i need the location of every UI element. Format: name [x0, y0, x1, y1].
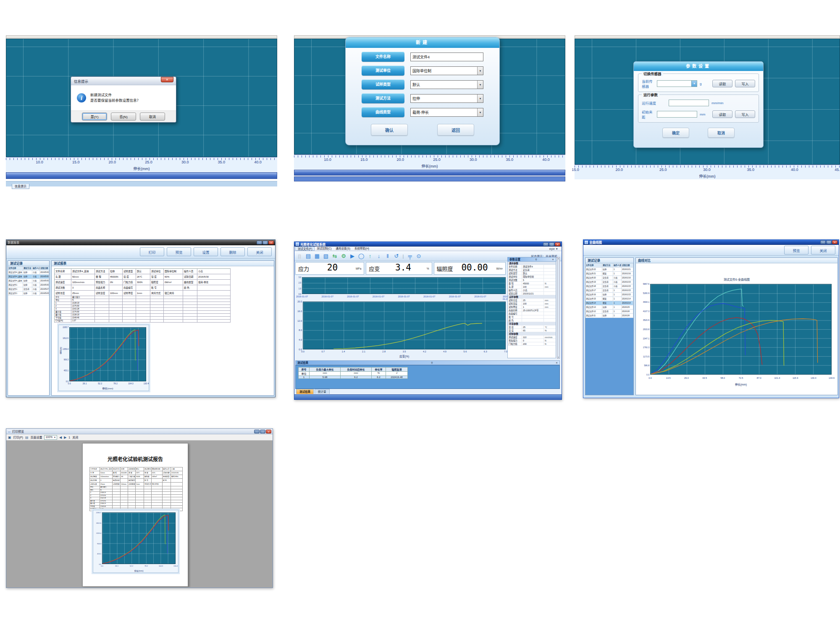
table-row[interactable]: 测试文件4_副本 拉伸 小高 2016/5/30 — [8, 279, 49, 283]
export-data-icon[interactable]: ⇆ — [331, 252, 338, 261]
parameter-row[interactable]: 试样宽度 100 mm — [508, 302, 556, 305]
menu-item[interactable]: 测试控制(C) — [315, 247, 333, 251]
maximize-button[interactable]: ▢ — [262, 241, 268, 244]
sensor-select[interactable]: ▼ — [657, 80, 697, 87]
dock-header[interactable]: 参数设置 ⚲ ✕ — [507, 257, 556, 262]
no-button[interactable]: 否(N) — [111, 113, 136, 121]
scroll-down-icon[interactable]: ▼ — [558, 356, 559, 358]
minimize-button[interactable]: ─ — [254, 430, 260, 433]
close-button[interactable]: ✕ — [268, 241, 274, 244]
field-input[interactable]: 拉伸 ▼ — [410, 94, 483, 103]
toolbar-button[interactable]: 关闭 — [811, 246, 835, 255]
table-row[interactable]: 测试文件20 定负荷 小高 2016/1/16 — [585, 276, 633, 280]
table-row[interactable]: 测试文件21 蠕变 1 2016/1/16 — [585, 272, 633, 276]
start-test-icon[interactable]: ▶ — [349, 252, 356, 261]
window-titlebar[interactable]: 全曲线图 ─ ▢ ✕ — [583, 240, 839, 245]
stop-test-icon[interactable]: ◯ — [358, 252, 365, 261]
parameter-row[interactable]: 控制参数 — [508, 332, 556, 336]
parameter-row[interactable]: 通用参数 — [508, 262, 556, 265]
toolbar-button[interactable]: 设置 — [194, 247, 218, 256]
parameter-row[interactable]: 测试方法 定负荷 — [508, 268, 556, 272]
pause-icon[interactable]: ‖ — [384, 252, 391, 261]
chevron-down-icon[interactable]: ▼ — [477, 67, 483, 75]
table-row[interactable]: 测试文件11 拉伸 1 2016/1/8 — [585, 314, 633, 318]
parameter-row[interactable]: 测试次数 5 — [508, 278, 556, 282]
minimize-button[interactable]: ─ — [257, 241, 262, 244]
table-row[interactable]: 测试文件1 拉伸 小高 2016/5/30 — [8, 283, 49, 287]
parameter-row[interactable]: 试样长度 25 mm — [508, 299, 556, 302]
minimize-button[interactable]: ─ — [820, 240, 826, 244]
menu-item[interactable]: 测试文件(F) — [295, 247, 315, 251]
return-icon[interactable]: ↺ — [393, 252, 400, 261]
parameter-row[interactable]: 试样类型 默认 — [508, 272, 556, 275]
maximize-button[interactable]: ▢ — [549, 242, 554, 246]
field-input[interactable]: 默认 ▼ — [410, 80, 483, 89]
machine-icon[interactable]: ╤ — [407, 252, 413, 261]
back-button[interactable]: 返回 — [437, 124, 474, 136]
close-button[interactable]: ✕ — [555, 242, 560, 246]
menu-item[interactable]: 系统帮助(H) — [352, 247, 371, 251]
scroll-up-icon[interactable]: ▲ — [558, 257, 559, 260]
table-row[interactable]: 测试文件4_副本 拉伸 小高 2016/5/30 — [8, 275, 49, 279]
chevron-down-icon[interactable]: ▼ — [477, 81, 483, 89]
confirm-button[interactable]: 确认 — [371, 124, 408, 136]
dock-scrollbar[interactable]: ▲ ▼ — [557, 257, 560, 359]
window-titlebar[interactable]: 打印预览 ─ ▢ ✕ — [6, 429, 273, 434]
pin-icon[interactable]: ⚲ — [431, 361, 433, 365]
window-titlebar[interactable]: 数据报表 ─ ▢ ✕ — [6, 240, 275, 245]
table-row[interactable]: 测试文件15 蠕变 1 2016/1/14 — [585, 297, 633, 301]
ok-button[interactable]: 确定 — [662, 128, 689, 138]
new-file-icon[interactable]: ▯ — [296, 252, 303, 261]
toolbar-button[interactable]: 关闭 — [247, 247, 272, 256]
maximize-button[interactable]: ▢ — [826, 240, 832, 244]
parameter-row[interactable]: 试验日期 2015/11/21 — [508, 292, 556, 295]
dialog-title[interactable]: 参数设置 — [634, 62, 763, 71]
power-icon[interactable]: ⊙ — [415, 252, 422, 261]
window-titlebar[interactable]: 光照老化试验系统 ─ ▢ ✕ — [294, 242, 562, 247]
field-input[interactable]: 载荷-伸长 ▼ — [410, 108, 483, 117]
read-button[interactable]: 读取 — [712, 80, 732, 87]
parameter-row[interactable]: 门幅力值 200 N — [508, 342, 556, 346]
save-icon[interactable]: ▦ — [314, 252, 320, 261]
parameter-row[interactable]: 湿 度 65 % — [508, 329, 556, 332]
settings-gear-icon[interactable]: ⚙ — [340, 252, 347, 261]
speed-input[interactable] — [669, 100, 709, 106]
bottom-tab[interactable]: 测试结果 — [296, 389, 314, 394]
previous-page-icon[interactable]: ◀ — [59, 436, 62, 439]
table-row[interactable]: 测试文件4_副本 拉伸 小高 2016/5/30 — [8, 270, 49, 275]
parameter-row[interactable]: 测试单位 国际单位制 — [508, 275, 556, 278]
read-button[interactable]: 读取 — [712, 110, 732, 118]
parameter-row[interactable]: 试样参数 — [508, 295, 556, 299]
maximize-button[interactable]: ▢ — [260, 430, 265, 433]
table-row[interactable]: 测试文件14 蠕变 1 2016/1/14 — [585, 301, 633, 305]
field-input[interactable]: 测试文件4 ▼ — [410, 52, 483, 61]
parameter-row[interactable]: 操作人员 小高 — [508, 289, 556, 292]
style-select[interactable]: style ▼ — [549, 247, 561, 250]
parameter-row[interactable]: 头 距 100 mm — [508, 285, 556, 289]
parameter-row[interactable]: 商品编号 — [508, 312, 556, 315]
toolbar-button[interactable]: 预览 — [167, 247, 191, 256]
page-setup-button[interactable]: 页面设置 — [30, 435, 42, 439]
close-button[interactable]: ✕ — [266, 430, 271, 433]
parameter-row[interactable]: 商品名称 25-1000TLCP带 — [508, 309, 556, 312]
parameter-row[interactable]: 预加载力 0 N — [508, 339, 556, 342]
bottom-tab[interactable]: 统计量 — [315, 389, 330, 394]
parameter-row[interactable]: 文件名称 测试文件4 — [508, 265, 556, 268]
table-row[interactable]: 测试文件17 定负荷 1 2016/1/15 — [585, 289, 633, 293]
zoom-select[interactable]: 100% ▼ — [44, 435, 57, 440]
toolbar-button[interactable]: 打印 — [140, 247, 164, 256]
close-button[interactable]: ✕ — [832, 240, 837, 244]
menu-item[interactable]: 通用设置(S) — [333, 247, 352, 251]
parameter-row[interactable]: 温 度 25 ℃ — [508, 326, 556, 329]
move-up-icon[interactable]: ↑ — [367, 252, 373, 261]
table-row[interactable]: 测试文件22 拉伸 1 2016/1/21 — [585, 268, 633, 272]
table-row[interactable]: 测试文件19 定负荷 小高 2016/1/15 — [585, 280, 633, 284]
toolbar-button[interactable]: 预览 — [784, 246, 808, 255]
chevron-down-icon[interactable]: ▼ — [477, 108, 483, 116]
open-file-icon[interactable]: ▤ — [305, 252, 312, 261]
toolbar-separator[interactable]: | — [402, 252, 404, 261]
table-row[interactable]: 测试文件13 拉伸 1 2016/1/9 — [585, 305, 633, 310]
result-row[interactable]: 1 5.68 6.2 6.2 202419.48 — [299, 376, 408, 379]
table-row[interactable]: 测试文件1 定负荷 小高 2016/5/27 — [8, 287, 49, 291]
chevron-down-icon[interactable]: ▼ — [477, 94, 483, 102]
